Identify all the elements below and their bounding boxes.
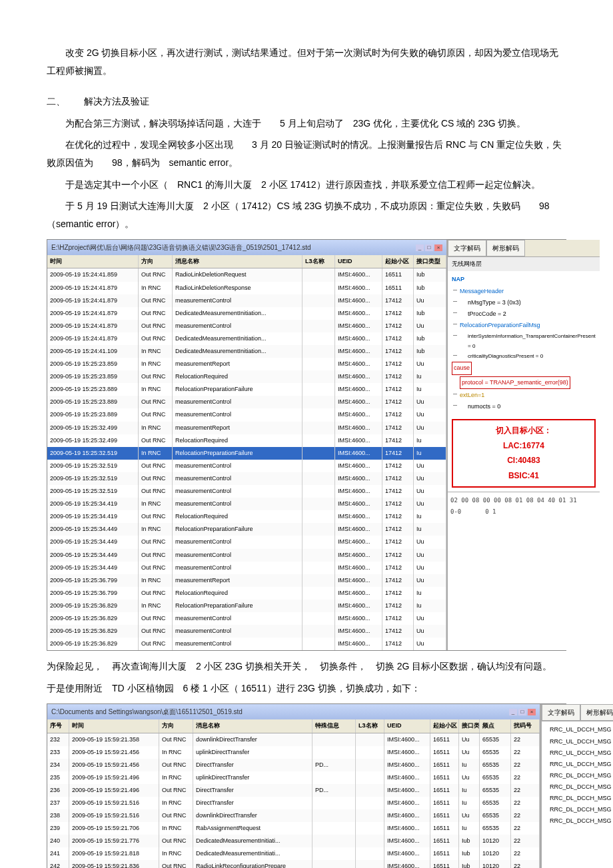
anno-lac: LAC:16774 <box>458 438 589 454</box>
col-interface[interactable]: 接口类型 <box>414 255 446 268</box>
tree-item: RRC_UL_DCCH_MSG integrityCh <box>544 759 613 770</box>
table-row[interactable]: 2009-05-19 15:25:34.449Out RNCmeasuremen… <box>47 562 446 574</box>
paragraph-1: 改变 2G 切换目标小区，再次进行测试，测试结果通过。但对于第一次测试时为何失败… <box>47 44 566 79</box>
table-row[interactable]: 2009-05-19 15:25:32.519Out RNCmeasuremen… <box>47 460 446 472</box>
table-row[interactable]: 2009-05-19 15:25:23.859In RNCmeasurement… <box>47 358 446 370</box>
tree-heading: 无线网络层 <box>448 257 600 271</box>
tree-protocol: protocol = TRANAP_semantic_error(98) <box>460 376 570 389</box>
tree-numocts: numocts = 0 <box>452 401 596 412</box>
table-row[interactable]: 2009-05-19 15:25:34.449In RNCRelocationP… <box>47 523 446 536</box>
col-time[interactable]: 时间 <box>47 255 139 268</box>
table-row[interactable]: 2322009-05-19 15:59:21.358Out RNCdownlin… <box>47 733 540 746</box>
table-row[interactable]: 2009-05-19 15:25:32.499In RNCmeasurement… <box>47 422 446 434</box>
hex-dump: 02 00 08 00 00 08 01 08 04 40 01 31 0-0 … <box>448 492 600 520</box>
table-row[interactable]: 2009-05-19 15:25:32.519In RNCRelocationP… <box>47 447 446 460</box>
table-row[interactable]: 2009-05-19 15:25:32.499Out RNCRelocation… <box>47 434 446 447</box>
col-direction[interactable]: 方向 <box>139 255 173 268</box>
table-row[interactable]: 2009-05-19 15:25:23.889Out RNCmeasuremen… <box>47 396 446 408</box>
tree-cause: cause <box>452 362 472 374</box>
tab-text-decode[interactable]: 文字解码 <box>542 704 580 721</box>
paragraph-5: 于 5 月 19 日测试大连海川大厦 2 小区（ 17412）CS 域 23G … <box>47 197 566 232</box>
window-title: E:\HZproject\网优\后台\网络问题\23G语音切换语义错误\23G语… <box>51 241 311 254</box>
col-seq[interactable]: 序号 <box>47 719 69 732</box>
col-message[interactable]: 消息名称 <box>193 719 312 732</box>
table-row[interactable]: 2009-05-19 15:25:34.419Out RNCRelocation… <box>47 510 446 523</box>
table-row[interactable]: 2352009-05-19 15:59:21.496In RNCuplinkDi… <box>47 771 540 784</box>
table-row[interactable]: 2382009-05-19 15:59:21.516Out RNCdownlin… <box>47 809 540 822</box>
col-freq[interactable]: 频点 <box>480 719 511 732</box>
tree-proccode: tProcCode = 2 <box>452 308 596 320</box>
col-cell[interactable]: 起始小区 <box>382 255 414 268</box>
col-message[interactable]: 消息名称 <box>173 255 303 268</box>
window-controls: _ □ × <box>509 709 536 715</box>
table-header: 序号 时间 方向 消息名称 特殊信息 L3名称 UEID 起始小区 接口类型 频… <box>47 719 540 733</box>
table-row[interactable]: 2009-05-19 15:25:36.799Out RNCRelocation… <box>47 587 446 600</box>
section-2-heading: 二、 解决方法及验证 <box>47 93 566 111</box>
table-row[interactable]: 2009-05-19 15:24:41.879Out RNCmeasuremen… <box>47 294 446 307</box>
tab-text-decode[interactable]: 文字解码 <box>448 240 486 256</box>
close-icon[interactable]: × <box>528 709 536 715</box>
tree-msgtype: nMsgType = 3 (0x3) <box>452 297 596 308</box>
table-row[interactable]: 2009-05-19 15:24:41.879In RNCRadioLinkDe… <box>47 282 446 294</box>
table-row[interactable]: 2009-05-19 15:25:36.829Out RNCmeasuremen… <box>47 625 446 638</box>
maximize-icon[interactable]: □ <box>425 244 433 251</box>
tree-item: RRC_DL_DCCH_MSG message.han <box>544 804 613 815</box>
table-row[interactable]: 2009-05-19 15:25:23.859Out RNCRelocation… <box>47 370 446 383</box>
table-row[interactable]: 2402009-05-19 15:59:21.776Out RNCDedicat… <box>47 835 540 847</box>
table-row[interactable]: 2372009-05-19 15:59:21.516In RNCDirectTr… <box>47 797 540 809</box>
table-row[interactable]: 2009-05-19 15:25:34.449Out RNCmeasuremen… <box>47 549 446 562</box>
table-row[interactable]: 2009-05-19 15:25:32.519Out RNCmeasuremen… <box>47 472 446 485</box>
table-row[interactable]: 2009-05-19 15:25:36.829Out RNCmeasuremen… <box>47 638 446 650</box>
col-l3[interactable]: L3名称 <box>356 719 384 732</box>
anno-title: 切入目标小区： <box>458 423 589 438</box>
table-row[interactable]: 2009-05-19 15:25:36.799In RNCmeasurement… <box>47 574 446 587</box>
close-icon[interactable]: × <box>434 244 442 251</box>
table-row[interactable]: 2009-05-19 15:25:23.889In RNCRelocationP… <box>47 383 446 396</box>
table-row[interactable]: 2392009-05-19 15:59:21.706In RNCRabAssig… <box>47 822 540 835</box>
tree-item: RRC_DL_DCCH_MSG message.han <box>544 815 613 827</box>
tree-item: RRC_DL_DCCH_MSG message.han <box>544 770 613 781</box>
tree-relocation-fail: RelocationPreparationFailMsg <box>452 320 596 331</box>
anno-bsic: BSIC:41 <box>458 468 589 484</box>
table-row[interactable]: 2009-05-19 15:25:34.419In RNCmeasurement… <box>47 498 446 510</box>
target-cell-annotation: 切入目标小区： LAC:16774 CI:40483 BSIC:41 <box>452 419 596 488</box>
table-row[interactable]: 2009-05-19 15:25:34.449Out RNCmeasuremen… <box>47 536 446 548</box>
table-row[interactable]: 2009-05-19 15:25:23.889Out RNCmeasuremen… <box>47 408 446 421</box>
table-row[interactable]: 2412009-05-19 15:59:21.818In RNCDedicate… <box>47 847 540 860</box>
minimize-icon[interactable]: _ <box>416 244 424 251</box>
table-row[interactable]: 2009-05-19 15:24:41.879Out RNCDedicatedM… <box>47 307 446 320</box>
tab-tree-decode[interactable]: 树形解码 <box>580 704 613 721</box>
col-ueid[interactable]: UEID <box>335 255 382 268</box>
col-ueid[interactable]: UEID <box>384 719 430 732</box>
table-row[interactable]: 2009-05-19 15:24:41.879Out RNCmeasuremen… <box>47 320 446 332</box>
table-row[interactable]: 2342009-05-19 15:59:21.456Out RNCDirectT… <box>47 759 540 771</box>
table-row[interactable]: 2332009-05-19 15:59:21.456In RNCuplinkDi… <box>47 746 540 759</box>
paragraph-6: 为保险起见， 再次查询海川大厦 2 小区 23G 切换相关开关， 切换条件， 切… <box>47 657 566 675</box>
window-title: C:\Documents and Settings\wangson\桌面\165… <box>51 705 243 718</box>
tree-criticality: criticalityDiagnosticsPresent = 0 <box>452 351 596 361</box>
trace-window-2: C:\Documents and Settings\wangson\桌面\165… <box>47 703 566 868</box>
col-cell[interactable]: 起始小区 <box>430 719 459 732</box>
col-l3[interactable]: L3名称 <box>303 255 335 268</box>
table-row[interactable]: 2422009-05-19 15:59:21.836Out RNCRadioLi… <box>47 860 540 868</box>
col-time[interactable]: 时间 <box>69 719 159 732</box>
table-row[interactable]: 2009-05-19 15:24:41.859Out RNCRadioLinkD… <box>47 268 446 281</box>
table-row[interactable]: 2362009-05-19 15:59:21.496Out RNCDirectT… <box>47 784 540 797</box>
tab-tree-decode[interactable]: 树形解码 <box>486 240 525 256</box>
table-row[interactable]: 2009-05-19 15:24:41.109In RNCDedicatedMe… <box>47 345 446 358</box>
table-row[interactable]: 2009-05-19 15:25:32.519Out RNCmeasuremen… <box>47 485 446 498</box>
maximize-icon[interactable]: □ <box>518 709 526 715</box>
minimize-icon[interactable]: _ <box>509 709 517 715</box>
col-spec[interactable]: 特殊信息 <box>312 719 356 732</box>
col-interface[interactable]: 接口类型 <box>459 719 480 732</box>
col-direction[interactable]: 方向 <box>159 719 193 732</box>
table-header: 时间 方向 消息名称 L3名称 UEID 起始小区 接口类型 <box>47 255 446 268</box>
table-row[interactable]: 2009-05-19 15:25:36.829In RNCRelocationP… <box>47 600 446 612</box>
trace-window-1: E:\HZproject\网优\后台\网络问题\23G语音切换语义错误\23G语… <box>47 239 566 651</box>
table-row[interactable]: 2009-05-19 15:24:41.879Out RNCDedicatedM… <box>47 332 446 345</box>
paragraph-2: 为配合第三方测试，解决弱场掉话问题，大连于 5 月上旬启动了 23G 优化，主要… <box>47 115 566 133</box>
tree-item: RRC_UL_DCCH_MSG m integrity <box>544 724 613 735</box>
table-row[interactable]: 2009-05-19 15:25:36.829Out RNCmeasuremen… <box>47 612 446 625</box>
anno-ci: CI:40483 <box>458 453 589 468</box>
col-code[interactable]: 扰码号 <box>511 719 540 732</box>
